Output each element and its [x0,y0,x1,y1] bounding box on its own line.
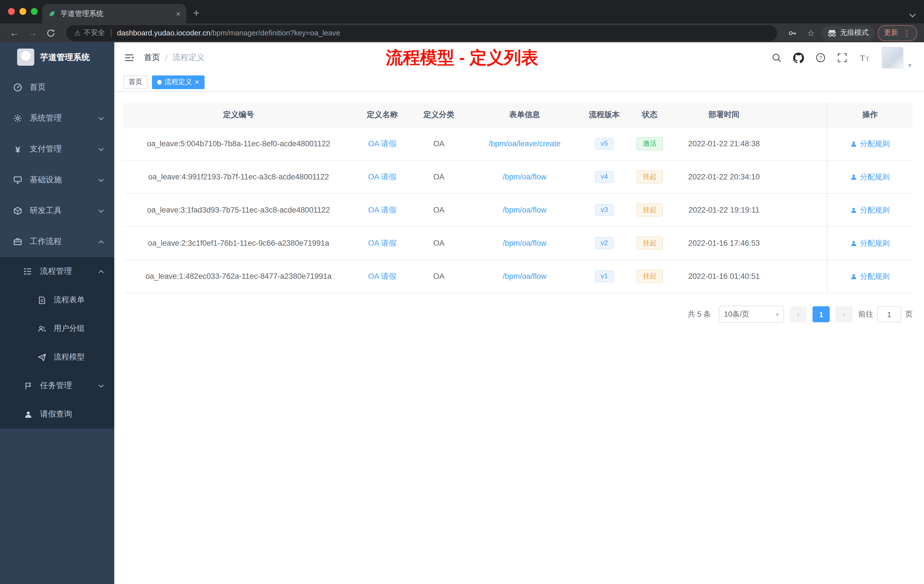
form-link[interactable]: /bpm/oa/flow [503,206,546,214]
chevron-down-icon [98,178,104,182]
breadcrumb-home[interactable]: 首页 [144,53,160,63]
logo-avatar [17,49,34,66]
sidebar-item-process-management[interactable]: 流程管理 [0,257,114,286]
column-header: 状态 [626,110,673,120]
sidebar-item-user-group[interactable]: 用户分组 [0,314,114,343]
sidebar-item-process-form[interactable]: 流程表单 [0,286,114,314]
browser-tab[interactable]: 芋道管理系统 × [42,4,186,23]
page-size-select[interactable]: 10条/页 ▾ [719,306,784,323]
hamburger-icon[interactable] [124,52,135,63]
form-link[interactable]: /bpm/oa/flow [503,173,546,181]
sidebar-item-label: 流程管理 [40,266,72,277]
sidebar-item-label: 工作流程 [30,237,62,247]
breadcrumb: 首页 / 流程定义 [144,53,205,63]
search-icon[interactable] [772,53,782,63]
sidebar-item-payment[interactable]: ¥ 支付管理 [0,134,114,165]
sidebar-item-system[interactable]: 系统管理 [0,103,114,134]
browser-tabstrip: 芋道管理系统 × + [0,0,924,23]
status-badge: 挂起 [637,236,663,250]
back-button[interactable]: ← [7,25,22,40]
sidebar-item-leave-query[interactable]: 请假查询 [0,400,114,429]
definition-name-link[interactable]: OA 请假 [368,239,396,247]
version-badge: v1 [595,270,614,282]
new-tab-button[interactable]: + [193,7,200,20]
prev-page-button[interactable]: ‹ [790,306,807,322]
update-label: 更新 [884,28,898,38]
browser-update-button[interactable]: 更新 ⋮ [878,25,917,41]
form-link[interactable]: /bpm/oa/flow [503,272,546,280]
sidebar-item-workflow[interactable]: 工作流程 [0,226,114,257]
toolbox-icon [13,206,23,215]
definition-name-link[interactable]: OA 请假 [368,139,396,148]
assign-rule-button[interactable]: 分配规则 [850,271,890,281]
user-icon [850,273,857,280]
address-bar[interactable]: ⚠ 不安全 dashboard.yudao.iocoder.cn/bpm/man… [66,25,777,41]
browser-menu-icon[interactable]: ⋮ [903,28,911,38]
github-icon[interactable] [794,52,804,63]
table-row: oa_leave:1:482ec033-762a-11ec-8477-a2380… [124,260,912,293]
definition-name-link[interactable]: OA 请假 [368,205,396,214]
definition-category: OA [411,239,467,247]
assign-rule-button[interactable]: 分配规则 [850,139,890,149]
reload-button[interactable] [43,25,58,40]
form-link[interactable]: /bpm/oa/flow [503,239,546,247]
user-icon [850,206,857,213]
tab-close-icon[interactable]: × [176,10,181,18]
column-header: 定义编号 [124,110,354,120]
sidebar-item-infrastructure[interactable]: 基础设施 [0,165,114,195]
status-badge: 激活 [637,137,663,150]
bookmark-star-icon[interactable]: ☆ [804,25,818,40]
assign-rule-button[interactable]: 分配规则 [850,238,890,248]
sidebar-item-process-model[interactable]: 流程模型 [0,343,114,371]
chevron-down-icon [98,147,104,151]
breadcrumb-current: 流程定义 [173,53,205,63]
page-size-value: 10条/页 [724,309,749,319]
sidebar-item-home[interactable]: 首页 [0,72,114,103]
next-page-button[interactable]: › [835,306,853,322]
definition-name-link[interactable]: OA 请假 [368,172,396,181]
forward-button[interactable]: → [25,25,40,40]
chevron-down-icon: ▾ [776,310,779,318]
fullscreen-icon[interactable] [837,53,848,63]
tab-search-icon[interactable] [909,13,916,18]
avatar[interactable] [882,47,904,69]
avatar-caret-icon[interactable]: ▾ [908,61,911,69]
security-warning[interactable]: ⚠ 不安全 [74,28,105,38]
definition-category: OA [411,139,467,148]
window-maximize-button[interactable] [31,8,38,15]
sidebar-item-devtools[interactable]: 研发工具 [0,195,114,226]
sidebar-logo[interactable]: 芋道管理系统 [0,42,114,72]
assign-rule-button[interactable]: 分配规则 [850,172,890,182]
sidebar-item-label: 流程表单 [54,295,84,305]
tag-home[interactable]: 首页 [124,75,147,89]
person-icon [23,410,33,419]
breadcrumb-separator: / [165,53,167,62]
form-link[interactable]: /bpm/oa/leave/create [488,139,561,148]
definition-name-link[interactable]: OA 请假 [368,272,396,280]
window-close-button[interactable] [8,8,15,15]
assign-rule-button[interactable]: 分配规则 [850,205,890,215]
sidebar-item-label: 流程模型 [54,352,84,362]
goto-page-input[interactable] [877,306,901,322]
page-number-button[interactable]: 1 [813,306,830,322]
sidebar-item-task-management[interactable]: 任务管理 [0,371,114,400]
definition-id: oa_leave:4:991f2193-7b7f-11ec-a3c8-acde4… [124,173,354,181]
tag-label: 流程定义 [165,77,192,87]
help-icon[interactable]: ? [816,53,826,63]
browser-window: 芋道管理系统 × + ← → ⚠ 不安全 dashboard.yudao.ioc… [0,0,924,584]
chevron-down-icon [98,116,104,120]
window-minimize-button[interactable] [20,8,26,15]
column-header: 表单信息 [467,110,582,120]
font-size-icon[interactable]: TT [859,53,871,63]
sidebar: 芋道管理系统 首页 系统管理 ¥ 支付管理 [0,42,114,584]
tab-title: 芋道管理系统 [61,9,172,18]
warning-icon: ⚠ [74,28,81,37]
sidebar-item-label: 请假查询 [40,409,72,419]
paper-plane-icon [36,353,47,361]
tag-close-icon[interactable]: × [195,78,199,86]
pagination: 共 5 条 10条/页 ▾ ‹ 1 › 前往 页 [124,306,912,323]
svg-text:T: T [866,56,869,62]
tag-process-definition[interactable]: 流程定义 × [152,75,204,89]
key-icon[interactable] [785,25,800,40]
table-header-row: 定义编号 定义名称 定义分类 表单信息 流程版本 状态 部署时间 操作 [124,103,912,127]
